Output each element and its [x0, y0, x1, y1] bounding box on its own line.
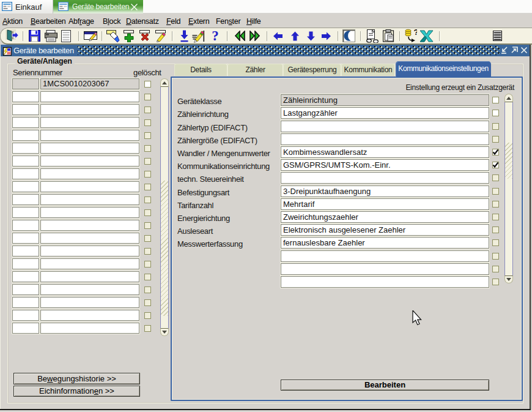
svg-text:?: ? — [414, 29, 418, 37]
svg-text:?: ? — [212, 29, 219, 43]
